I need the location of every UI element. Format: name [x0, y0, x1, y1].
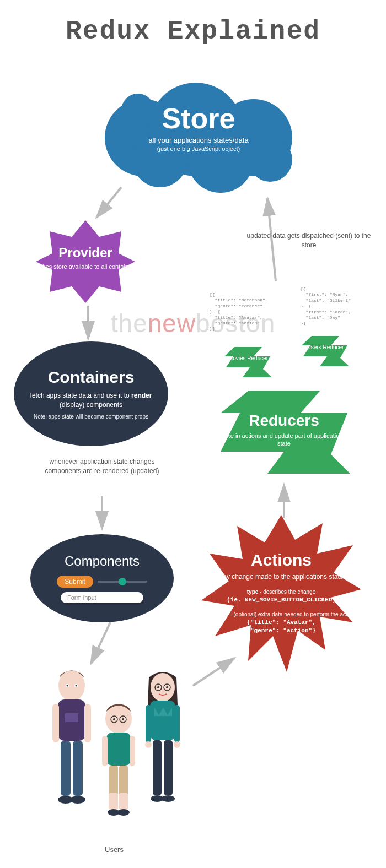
- provider-heading: Provider: [30, 245, 141, 261]
- page-title: Redux Explained: [0, 0, 386, 46]
- store-heading: Store: [105, 102, 292, 135]
- svg-point-5: [58, 670, 85, 701]
- svg-rect-44: [164, 740, 173, 795]
- reducers-node: Reducers take in actions and update part…: [215, 386, 353, 448]
- svg-point-7: [67, 685, 68, 687]
- containers-heading: Containers: [29, 368, 153, 387]
- svg-point-22: [122, 718, 124, 720]
- actions-type: type - describes the change (ie. NEW_MOV…: [199, 588, 364, 604]
- users-label: Users: [105, 845, 124, 854]
- actions-heading: Actions: [199, 551, 364, 569]
- svg-rect-15: [73, 741, 83, 796]
- reducers-desc: take in actions and update part of appli…: [215, 432, 353, 448]
- store-desc-2: (just one big JavaScript object): [105, 145, 292, 152]
- code-movies: [{ "title": "Notebook", "genre": "romanc…: [210, 292, 268, 332]
- store-desc-1: all your applications states/data: [105, 136, 292, 144]
- containers-node: Containers fetch apps state data and use…: [14, 341, 168, 446]
- arrow-components-users: [83, 617, 127, 672]
- components-node: Components Submit Form input: [30, 534, 174, 622]
- containers-desc: fetch apps state data and use it to rend…: [29, 391, 153, 410]
- code-users: [{ "first": "Ryan", "last": "Gilbert" },…: [301, 286, 351, 327]
- svg-rect-27: [119, 766, 128, 796]
- svg-rect-37: [150, 701, 175, 740]
- svg-point-42: [174, 741, 180, 748]
- form-input[interactable]: Form input: [61, 592, 143, 603]
- svg-rect-24: [102, 736, 108, 766]
- actions-payload: payload - (optional) extra data needed t…: [199, 611, 364, 636]
- users-reducer-node: Users Reducer: [301, 333, 350, 351]
- arrow-provider-containers: [77, 303, 99, 347]
- svg-point-31: [117, 809, 130, 816]
- reducers-heading: Reducers: [215, 412, 353, 430]
- svg-rect-26: [109, 766, 118, 796]
- svg-line-4: [91, 622, 110, 664]
- svg-point-35: [157, 686, 159, 688]
- users-illustration: [39, 666, 193, 837]
- svg-line-0: [96, 187, 121, 218]
- svg-rect-29: [119, 793, 128, 810]
- svg-rect-43: [153, 740, 162, 795]
- svg-point-17: [70, 796, 85, 804]
- slider-control[interactable]: [98, 581, 147, 583]
- svg-rect-28: [109, 793, 118, 810]
- flow-label-rerender: whenever application state changes compo…: [33, 457, 171, 476]
- actions-desc: any change made to the applications stat…: [199, 573, 364, 582]
- svg-rect-39: [146, 705, 151, 742]
- svg-rect-14: [61, 741, 71, 796]
- store-node: Store all your applications states/data …: [105, 77, 292, 187]
- svg-point-21: [113, 718, 115, 720]
- svg-point-41: [145, 741, 152, 748]
- svg-point-32: [151, 673, 175, 702]
- movies-reducer-node: Movies Reducer: [223, 344, 273, 362]
- svg-rect-25: [130, 736, 135, 766]
- containers-note: Note: apps state will become component p…: [29, 414, 153, 420]
- svg-rect-23: [106, 733, 131, 766]
- submit-button[interactable]: Submit: [57, 576, 93, 588]
- svg-point-9: [76, 685, 77, 687]
- provider-node: Provider makes store available to all co…: [30, 215, 141, 270]
- svg-rect-12: [52, 704, 59, 742]
- svg-rect-40: [174, 705, 180, 742]
- provider-desc: makes store available to all containers: [30, 263, 141, 270]
- movies-reducer-label: Movies Reducer: [223, 344, 273, 362]
- actions-node: Actions any change made to the applicati…: [199, 512, 364, 636]
- components-heading: Components: [65, 554, 140, 569]
- users-reducer-label: Users Reducer: [301, 333, 350, 351]
- svg-rect-13: [84, 704, 91, 742]
- svg-rect-11: [65, 713, 78, 722]
- arrow-containers-components: [91, 493, 113, 537]
- svg-point-46: [162, 795, 175, 802]
- svg-point-36: [166, 686, 168, 688]
- flow-label-dispatch: updated data gets dispatched (sent) to t…: [245, 231, 372, 250]
